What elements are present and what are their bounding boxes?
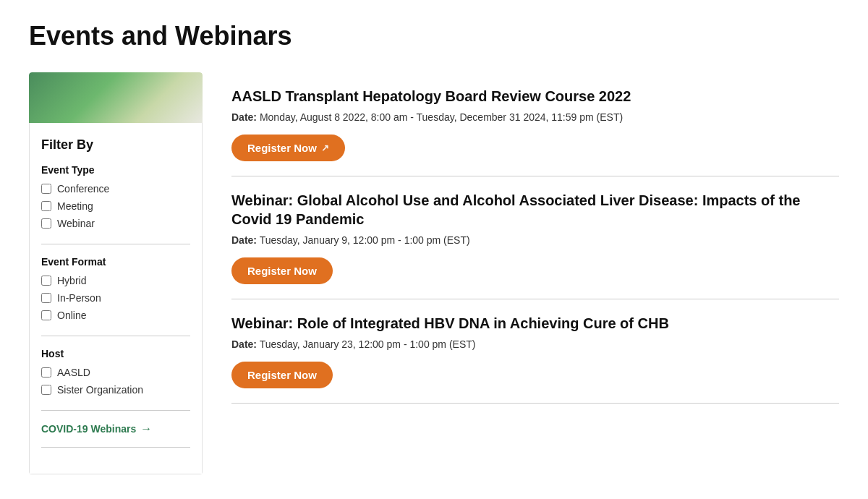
register-button-3-label: Register Now: [247, 369, 317, 381]
checkbox-aasld-input[interactable]: [41, 367, 51, 378]
covid-arrow-icon: →: [140, 422, 152, 435]
sidebar-body: Filter By Event Type Conference Meeting …: [29, 123, 203, 474]
host-section: Host AASLD Sister Organization: [41, 348, 190, 396]
register-button-2[interactable]: Register Now: [231, 257, 333, 284]
checkbox-inperson-label: In-Person: [57, 292, 101, 304]
covid-webinars-text: COVID-19 Webinars: [41, 423, 136, 435]
divider-1: [41, 244, 190, 244]
checkbox-aasld[interactable]: AASLD: [41, 367, 190, 378]
divider-2: [41, 336, 190, 336]
checkbox-sister-org[interactable]: Sister Organization: [41, 384, 190, 396]
checkbox-sister-org-label: Sister Organization: [57, 384, 143, 396]
event-date-2: Date: Tuesday, January 9, 12:00 pm - 1:0…: [231, 234, 839, 246]
register-button-1-label: Register Now: [247, 142, 317, 154]
checkbox-online-label: Online: [57, 310, 86, 321]
sidebar-header-image: [29, 72, 203, 123]
event-item-2: Webinar: Global Alcohol Use and Alcohol …: [231, 176, 839, 299]
register-button-1[interactable]: Register Now ↗: [231, 135, 345, 161]
main-layout: Filter By Event Type Conference Meeting …: [29, 72, 839, 474]
checkbox-webinar-input[interactable]: [41, 218, 51, 229]
events-list: AASLD Transplant Hepatology Board Review…: [231, 72, 839, 404]
event-date-label-3: Date:: [231, 338, 257, 350]
checkbox-conference[interactable]: Conference: [41, 183, 190, 195]
checkbox-sister-org-input[interactable]: [41, 385, 51, 395]
event-type-label: Event Type: [41, 164, 190, 176]
checkbox-meeting-label: Meeting: [57, 200, 93, 212]
checkbox-meeting[interactable]: Meeting: [41, 200, 190, 212]
checkbox-online-input[interactable]: [41, 310, 51, 320]
checkbox-hybrid-input[interactable]: [41, 276, 51, 286]
event-date-label-1: Date:: [231, 111, 257, 123]
covid-webinars-link[interactable]: COVID-19 Webinars →: [41, 422, 190, 435]
event-date-value-3: Tuesday, January 23, 12:00 pm - 1:00 pm …: [260, 338, 476, 350]
event-date-label-2: Date:: [231, 234, 257, 246]
checkbox-meeting-input[interactable]: [41, 201, 51, 211]
divider-4: [41, 447, 190, 448]
checkbox-webinar[interactable]: Webinar: [41, 218, 190, 229]
sidebar: Filter By Event Type Conference Meeting …: [29, 72, 203, 474]
divider-3: [41, 410, 190, 411]
event-title-1: AASLD Transplant Hepatology Board Review…: [231, 87, 839, 106]
checkbox-hybrid[interactable]: Hybrid: [41, 275, 190, 286]
checkbox-webinar-label: Webinar: [57, 218, 95, 229]
checkbox-conference-input[interactable]: [41, 184, 51, 194]
event-date-value-1: Monday, August 8 2022, 8:00 am - Tuesday…: [260, 111, 623, 123]
page-title: Events and Webinars: [29, 22, 839, 51]
register-button-3[interactable]: Register Now: [231, 362, 333, 388]
filter-title: Filter By: [41, 137, 190, 153]
host-label: Host: [41, 348, 190, 359]
event-date-1: Date: Monday, August 8 2022, 8:00 am - T…: [231, 111, 839, 123]
register-button-2-label: Register Now: [247, 265, 317, 277]
checkbox-inperson[interactable]: In-Person: [41, 292, 190, 304]
checkbox-aasld-label: AASLD: [57, 367, 90, 378]
checkbox-hybrid-label: Hybrid: [57, 275, 86, 286]
event-date-value-2: Tuesday, January 9, 12:00 pm - 1:00 pm (…: [260, 234, 470, 246]
event-date-3: Date: Tuesday, January 23, 12:00 pm - 1:…: [231, 338, 839, 350]
event-item-3: Webinar: Role of Integrated HBV DNA in A…: [231, 299, 839, 404]
event-format-label: Event Format: [41, 256, 190, 268]
event-type-section: Event Type Conference Meeting Webinar: [41, 164, 190, 229]
event-item-1: AASLD Transplant Hepatology Board Review…: [231, 72, 839, 176]
checkbox-inperson-input[interactable]: [41, 293, 51, 303]
checkbox-conference-label: Conference: [57, 183, 109, 195]
event-title-2: Webinar: Global Alcohol Use and Alcohol …: [231, 191, 839, 229]
external-link-icon-1: ↗: [321, 142, 329, 153]
event-title-3: Webinar: Role of Integrated HBV DNA in A…: [231, 314, 839, 333]
event-format-section: Event Format Hybrid In-Person Online: [41, 256, 190, 321]
checkbox-online[interactable]: Online: [41, 310, 190, 321]
